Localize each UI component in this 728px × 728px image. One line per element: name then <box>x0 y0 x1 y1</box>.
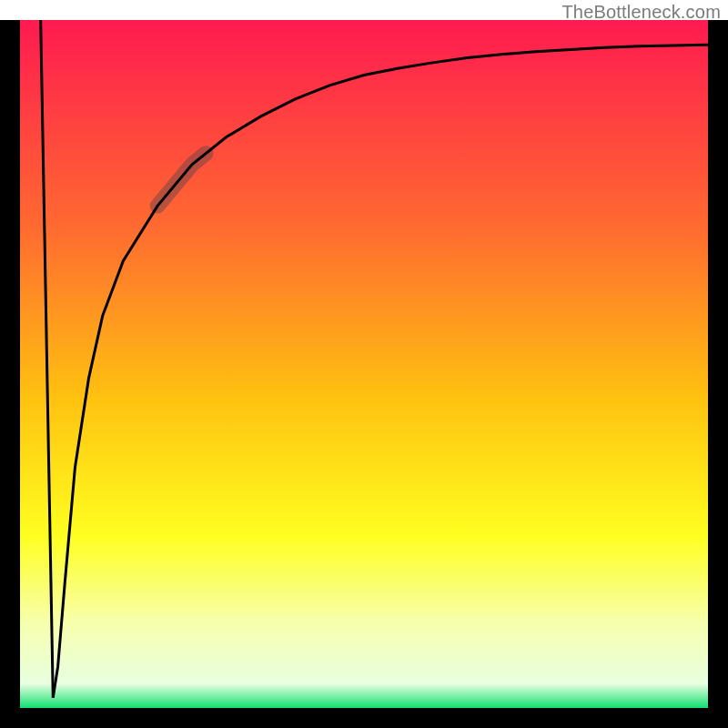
plot-area <box>20 20 708 708</box>
chart-svg <box>0 0 728 728</box>
chart-container: TheBottleneck.com <box>0 0 728 728</box>
watermark-text: TheBottleneck.com <box>561 2 721 23</box>
